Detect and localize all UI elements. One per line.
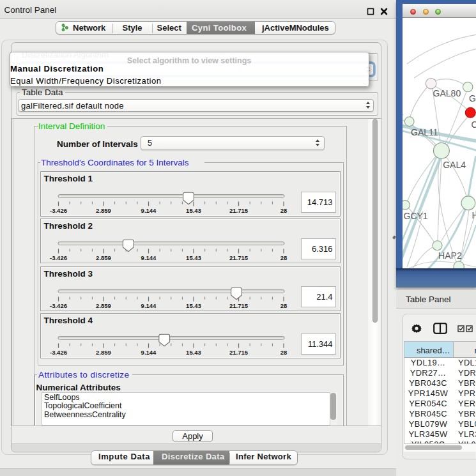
svg-text:15.43: 15.43 <box>186 207 201 214</box>
svg-text:9.144: 9.144 <box>141 302 156 309</box>
svg-text:-3.426: -3.426 <box>50 254 67 261</box>
svg-text:-3.426: -3.426 <box>50 349 67 356</box>
svg-text:-3.426: -3.426 <box>50 302 67 309</box>
svg-text:21.715: 21.715 <box>229 254 248 261</box>
svg-text:GAL11: GAL11 <box>411 127 438 137</box>
svg-text:28: 28 <box>280 254 287 261</box>
svg-text:9.144: 9.144 <box>141 349 156 356</box>
svg-text:21.715: 21.715 <box>229 349 248 356</box>
svg-text:28: 28 <box>280 302 287 309</box>
svg-text:GAL80: GAL80 <box>433 88 461 98</box>
svg-text:GCY1: GCY1 <box>404 211 428 221</box>
svg-text:CD: CD <box>472 119 476 130</box>
svg-text:21.715: 21.715 <box>229 302 248 309</box>
svg-text:-3.426: -3.426 <box>50 207 67 214</box>
svg-text:2.859: 2.859 <box>96 302 111 309</box>
svg-text:9.144: 9.144 <box>141 207 156 214</box>
svg-text:21.715: 21.715 <box>229 207 248 214</box>
svg-text:HAP2: HAP2 <box>438 250 462 261</box>
svg-text:15.43: 15.43 <box>186 349 201 356</box>
svg-text:HI: HI <box>472 210 476 220</box>
svg-text:GAL1: GAL1 <box>469 93 476 104</box>
svg-text:28: 28 <box>280 207 287 214</box>
svg-text:GAL4: GAL4 <box>443 160 466 170</box>
svg-text:9.144: 9.144 <box>141 254 156 261</box>
svg-text:15.43: 15.43 <box>186 302 201 309</box>
svg-text:2.859: 2.859 <box>96 254 111 261</box>
svg-text:2.859: 2.859 <box>96 207 111 214</box>
svg-text:28: 28 <box>280 349 287 356</box>
svg-text:15.43: 15.43 <box>186 254 201 261</box>
svg-text:2.859: 2.859 <box>96 349 111 356</box>
